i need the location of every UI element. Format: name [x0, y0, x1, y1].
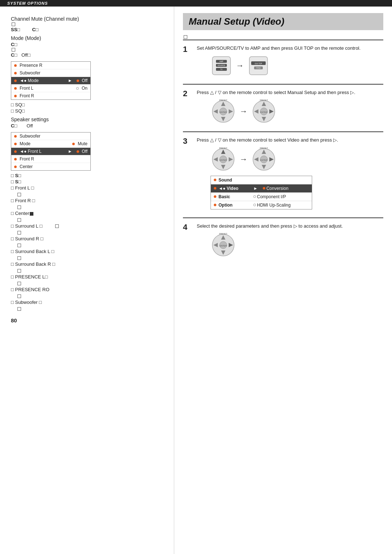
menu-box-1: Presence R Subwoofer ◄● Mode ► Off	[11, 61, 91, 100]
ss-label: SS□	[11, 27, 20, 32]
sq-icon	[12, 23, 15, 26]
dot-icon	[14, 95, 17, 97]
step-3-block: 3 Press △ / ▽ on the remote control to s…	[183, 131, 383, 215]
co-label: C□	[11, 42, 17, 47]
menu-row-center2: Center	[11, 163, 90, 170]
step-4-images: ENTER PRESET	[211, 232, 343, 258]
sq2-label: □ SQ□	[11, 108, 165, 114]
step-2-block: 2 Press △ / ▽ on the remote control to s…	[183, 84, 383, 129]
dot-icon	[14, 87, 17, 90]
right-top-sq	[183, 35, 383, 39]
svg-text:PRESET: PRESET	[219, 233, 228, 235]
system-options-label: SYSTEM OPTIONS	[7, 1, 48, 5]
arrow-right-icon: →	[236, 61, 244, 70]
dot-icon	[14, 166, 17, 168]
top-bar: SYSTEM OPTIONS	[0, 0, 392, 7]
presence-l-item: □ PRESENCE L□	[11, 274, 165, 280]
remote-group-3: ENTER PRESET → ENTER	[211, 147, 277, 172]
right-menu-box: Sound ◄● Video ► Conversion	[211, 176, 312, 209]
dpad-svg-2: ENTER PRESET	[251, 99, 277, 124]
front-l-item: □ Front L □	[11, 185, 165, 191]
svg-text:AMP: AMP	[220, 60, 224, 62]
remote-svg-1: AMP SOURCE TV	[211, 55, 232, 77]
step-4-number: 4	[183, 223, 193, 260]
right-menu-video: ◄● Video ► Conversion	[211, 184, 312, 193]
dpad-svg-1: ENTER PRESET	[211, 99, 236, 124]
right-menu-option: Option HDMI Up-Scaling	[211, 201, 312, 209]
svg-text:ENTER: ENTER	[220, 159, 227, 161]
step-3-images: ENTER PRESET → ENTER	[211, 147, 338, 172]
remote-group-1: AMP SOURCE TV → GUI TOP TI	[211, 55, 269, 77]
surround-l-sq	[17, 229, 165, 235]
menu-row-mode2: Mode Mute	[11, 140, 90, 148]
step-4-text: Select the desired parameters and then p…	[197, 223, 343, 230]
c-off-label: C□	[11, 52, 17, 58]
svg-text:PRESET: PRESET	[260, 147, 268, 149]
arrow-right-icon2: →	[240, 107, 248, 116]
right-menu-basic: Basic Component I/P	[211, 193, 312, 201]
page-wrapper: SYSTEM OPTIONS Channel Mute (Channel mut…	[0, 0, 392, 554]
remote-svg-2: GUI TOP TITLE	[248, 55, 269, 77]
remote-group-2: ENTER PRESET → ENTER	[211, 99, 277, 124]
dot-icon	[253, 204, 256, 206]
step-2-images: ENTER PRESET → ENTER	[211, 99, 355, 124]
surround-r-item: □ Surround R □	[11, 236, 165, 241]
dot-icon	[76, 87, 79, 90]
surround-l-item: □ Surround L □	[11, 223, 165, 229]
presence-r-sq	[17, 293, 165, 299]
svg-text:SOURCE: SOURCE	[217, 64, 225, 66]
dot-icon	[14, 158, 17, 160]
right-column: Manual Setup (Video) 1 Set AMP/SOURCE/TV…	[174, 7, 392, 554]
svg-text:PRESET: PRESET	[260, 99, 268, 101]
arrow-right-icon3: →	[240, 155, 248, 164]
left-column: Channel Mute (Channel mute) SS□ C□ Mode …	[0, 7, 174, 554]
dot-icon	[14, 150, 17, 153]
menu-row-subwoofer2: Subwoofer	[11, 133, 90, 140]
menu-row-presence-r: Presence R	[11, 62, 90, 69]
dot-icon	[14, 135, 17, 138]
dot-icon	[72, 143, 75, 145]
svg-rect-7	[249, 57, 268, 75]
channel-mute-heading: Channel Mute (Channel mute)	[11, 16, 165, 22]
surround-back-l-sq	[17, 255, 165, 261]
menu-box-2: Subwoofer Mode Mute ◄● Front L ►	[11, 132, 91, 171]
step-1-images: AMP SOURCE TV → GUI TOP TI	[211, 55, 360, 77]
dot-icon	[14, 72, 17, 74]
menu-row-front-r: Front R	[11, 92, 90, 99]
sq-icon2	[12, 48, 15, 52]
off-label: Off□	[21, 52, 30, 58]
step-2-number: 2	[183, 89, 193, 126]
menu-row-subwoofer: Subwoofer	[11, 69, 90, 77]
menu-row-front-l2: ◄● Front L ► Off	[11, 148, 90, 155]
dot-icon	[77, 80, 79, 82]
svg-text:ENTER: ENTER	[220, 245, 227, 247]
surround-back-r-sq	[17, 268, 165, 273]
surround-r-sq	[17, 242, 165, 248]
mode-co-line: C□	[11, 42, 165, 47]
dot-icon	[263, 187, 265, 190]
dot-icon	[214, 195, 216, 198]
dot-icon	[14, 143, 17, 145]
dpad-svg-5: ENTER PRESET	[211, 232, 236, 258]
s1-label: □ S□	[11, 173, 165, 178]
content-area: Channel Mute (Channel mute) SS□ C□ Mode …	[0, 7, 392, 554]
c-label: C□	[32, 27, 38, 32]
dpad-svg-4: ENTER PRESET	[251, 147, 277, 172]
subwoofer-item: □ Subwoofer □	[11, 300, 165, 305]
speaker-c2-line: C□ Off	[11, 123, 165, 129]
step-1-block: 1 Set AMP/SOURCE/TV to AMP and then pres…	[183, 40, 383, 81]
filled-sq	[30, 212, 33, 216]
speaker-settings-heading: Speaker settings	[11, 117, 165, 122]
step-1-number: 1	[183, 45, 193, 78]
dot-icon	[77, 150, 79, 153]
svg-text:ENTER: ENTER	[260, 111, 268, 113]
menu-row-front-r2: Front R	[11, 155, 90, 163]
front-r-sq	[17, 204, 165, 210]
step-4-block: 4 Select the desired parameters and then…	[183, 217, 383, 262]
svg-text:PRESET: PRESET	[219, 99, 228, 101]
center-item: □ Center	[11, 211, 165, 216]
manual-setup-title: Manual Setup (Video)	[183, 13, 383, 30]
center-sq	[17, 217, 165, 223]
svg-text:GUI TOP: GUI TOP	[255, 62, 262, 65]
s2-label: □ S□	[11, 179, 165, 184]
